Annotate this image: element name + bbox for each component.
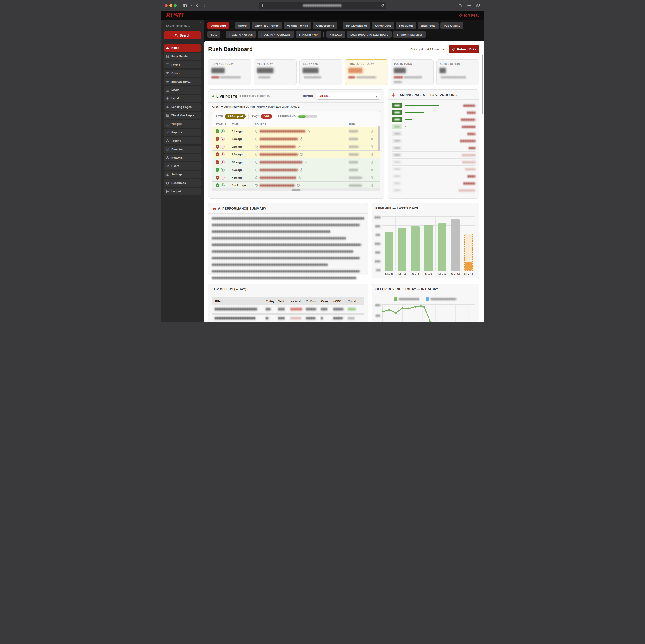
tab-endpoint-manager[interactable]: Endpoint Manager bbox=[393, 31, 426, 38]
source-url-redacted bbox=[260, 153, 298, 156]
device-icon bbox=[255, 153, 258, 156]
share-icon[interactable] bbox=[458, 3, 462, 8]
gear-icon[interactable] bbox=[298, 176, 301, 179]
stat-card-value-redacted bbox=[349, 68, 363, 73]
tab-volume-trends[interactable]: Volume Trends bbox=[284, 22, 311, 29]
post-time: 45s ago bbox=[232, 168, 255, 172]
x-tick-label: Mar 5 bbox=[382, 273, 396, 276]
sidebar-item-widgets[interactable]: Widgets bbox=[164, 120, 201, 128]
tab-fastdata[interactable]: FastData bbox=[327, 31, 345, 38]
volume-bar bbox=[405, 105, 439, 106]
doc-icon[interactable] bbox=[370, 137, 373, 141]
offers-column-header: Today bbox=[266, 299, 278, 303]
minimize-window-button[interactable] bbox=[170, 4, 172, 7]
search-input[interactable] bbox=[164, 22, 201, 29]
revenue-bar-chart bbox=[382, 216, 475, 271]
sidebar-item-offers[interactable]: Offers bbox=[164, 69, 201, 77]
tab-hp-campaigns[interactable]: HP Campaigns bbox=[343, 22, 370, 29]
sidebar-item-page-builder[interactable]: Page Builder bbox=[164, 53, 201, 60]
revenue-chart-panel: REVENUE — LAST 7 DAYS bbox=[372, 203, 479, 279]
gear-icon[interactable] bbox=[300, 153, 303, 156]
gear-icon[interactable] bbox=[300, 137, 303, 141]
tab-offers[interactable]: Offers bbox=[235, 22, 250, 29]
sidebar-item-home[interactable]: Home bbox=[164, 44, 201, 51]
gear-icon[interactable] bbox=[297, 145, 301, 148]
sidebar-item-forms[interactable]: Forms bbox=[164, 61, 201, 68]
tab-tracking-hp[interactable]: Tracking - HP bbox=[295, 31, 321, 38]
tab-pub-quality[interactable]: Pub Quality bbox=[440, 22, 463, 29]
sidebar-item-logout[interactable]: Logout bbox=[164, 188, 201, 195]
doc-icon[interactable] bbox=[370, 145, 373, 148]
sidebar-item-settings[interactable]: Settings bbox=[164, 171, 201, 178]
gear-icon[interactable] bbox=[308, 129, 311, 133]
tab-dashboard[interactable]: Dashboard bbox=[207, 22, 229, 29]
sidebar-item-icon bbox=[166, 114, 169, 117]
page-scrollbar-thumb[interactable] bbox=[482, 55, 483, 114]
search-button[interactable]: Search bbox=[164, 31, 201, 39]
volume-bar bbox=[405, 190, 405, 191]
live-posts-hscrollbar bbox=[212, 188, 380, 191]
conv-redacted bbox=[321, 308, 327, 310]
sidebar-item-resources[interactable]: Resources bbox=[164, 179, 201, 187]
sidebar-item-testing[interactable]: Testing bbox=[164, 137, 201, 144]
intraday-chart-panel: OFFER REVENUE TODAY — INTRADAY bbox=[372, 284, 479, 322]
landing-pages-title: LANDING PAGES — PAST 24 HOURS bbox=[398, 93, 457, 97]
doc-icon[interactable] bbox=[370, 184, 373, 187]
y-tick-redacted bbox=[376, 269, 381, 271]
tab-conversions[interactable]: Conversions bbox=[313, 22, 337, 29]
close-window-button[interactable] bbox=[165, 4, 168, 7]
chevron-down-icon[interactable] bbox=[190, 4, 193, 7]
sidebar-item-media[interactable]: Media bbox=[164, 87, 201, 94]
gear-icon[interactable] bbox=[304, 160, 308, 164]
live-posts-scrollbar-thumb[interactable] bbox=[378, 126, 380, 151]
tab-tracking-reach[interactable]: Tracking - Reach bbox=[226, 31, 256, 38]
stat-card: REVENUE TODAY bbox=[208, 59, 251, 85]
stat-card-delta-redacted bbox=[212, 76, 219, 78]
gear-icon[interactable] bbox=[300, 168, 303, 172]
reader-view-icon[interactable] bbox=[261, 4, 264, 7]
doc-icon[interactable] bbox=[370, 153, 373, 156]
live-post-row: ✓ 0 45s ago bbox=[212, 166, 380, 174]
status-check-icon: ✓ bbox=[216, 176, 219, 180]
y-axis-labels-redacted bbox=[375, 216, 382, 271]
tab-lead-reporting-dashboard[interactable]: Lead Reporting Dashboard bbox=[347, 31, 392, 38]
doc-icon[interactable] bbox=[370, 176, 373, 179]
drag-handle[interactable] bbox=[292, 189, 300, 190]
doc-icon[interactable] bbox=[370, 168, 373, 172]
gear-icon[interactable] bbox=[297, 184, 300, 187]
sidebar-item-embeds[interactable]: Embeds (Beta) bbox=[164, 78, 201, 86]
refresh-data-button[interactable]: Refresh Data bbox=[449, 45, 479, 53]
back-icon[interactable] bbox=[195, 3, 200, 8]
doc-icon[interactable] bbox=[370, 130, 373, 133]
sidebar-item-domains[interactable]: Domains bbox=[164, 146, 201, 153]
reload-icon[interactable] bbox=[381, 4, 384, 7]
landing-page-name-redacted bbox=[460, 140, 475, 142]
sidebar-item-network[interactable]: Network bbox=[164, 154, 201, 161]
sidebar-item-legal[interactable]: Legal bbox=[164, 95, 201, 102]
site-filter-select[interactable]: All Sites ▼ bbox=[316, 93, 381, 100]
sidebar-toggle-icon[interactable] bbox=[183, 3, 187, 8]
tab-bots[interactable]: Bots bbox=[207, 31, 220, 38]
refresh-icon bbox=[452, 48, 455, 51]
sidebar-item-landing-pages[interactable]: Landing Pages bbox=[164, 103, 201, 111]
zoom-window-button[interactable] bbox=[174, 4, 177, 7]
sidebar-item-reports[interactable]: Reports bbox=[164, 129, 201, 136]
address-bar[interactable] bbox=[259, 2, 386, 9]
new-tab-icon[interactable] bbox=[467, 3, 471, 8]
live-post-row: ✓ 2 19s ago bbox=[212, 135, 380, 143]
tab-post-data[interactable]: Post Data bbox=[396, 22, 416, 29]
conv-redacted bbox=[321, 317, 324, 319]
sidebar-item-label: Logout bbox=[171, 190, 181, 193]
landing-page-row bbox=[392, 173, 475, 180]
sidebar-item-thankyou-pages[interactable]: ThankYou Pages bbox=[164, 112, 201, 119]
tab-tracking-postbacks[interactable]: Tracking - Postbacks bbox=[258, 31, 294, 38]
doc-icon[interactable] bbox=[370, 161, 373, 164]
tab-overview-icon[interactable] bbox=[476, 3, 480, 8]
sidebar-item-users[interactable]: Users bbox=[164, 162, 201, 170]
tab-bad-posts[interactable]: Bad Posts bbox=[418, 22, 439, 29]
tab-query-data[interactable]: Query Data bbox=[372, 22, 394, 29]
rxmg-logo: RXMG bbox=[459, 13, 480, 18]
count-badge bbox=[392, 160, 402, 164]
tab-offer-rev-trends[interactable]: Offer Rev Trends bbox=[252, 22, 282, 29]
forward-icon[interactable] bbox=[202, 3, 207, 8]
